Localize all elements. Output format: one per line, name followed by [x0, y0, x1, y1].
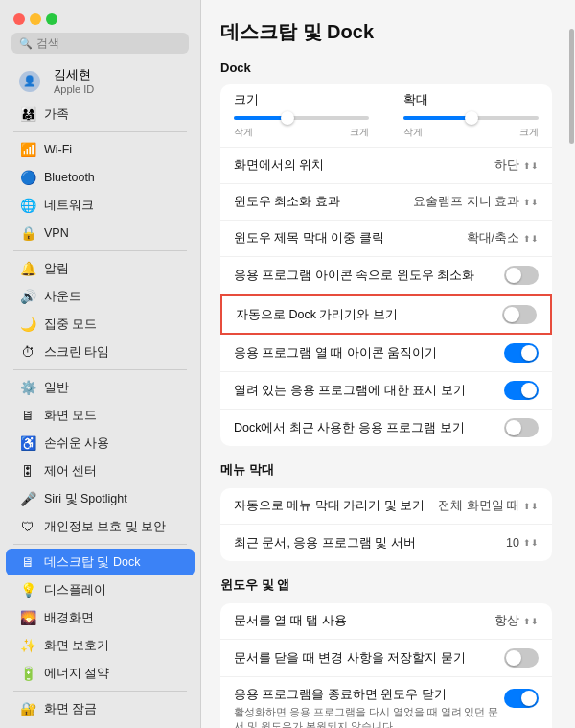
show-recent-toggle[interactable] — [504, 418, 539, 437]
sidebar-item-desktop[interactable]: 🖥 데스크탑 및 Dock — [6, 549, 195, 575]
open-tab-dropdown[interactable]: 항상 ⬆⬇ — [494, 613, 539, 629]
sidebar-item-label: 사운드 — [44, 289, 81, 305]
size-magnify-sliders: 크기 작게 크게 확대 — [220, 84, 552, 148]
close-button[interactable] — [13, 13, 25, 25]
search-box[interactable]: 🔍 — [12, 33, 189, 54]
sidebar-item-wifi[interactable]: 📶 Wi-Fi — [6, 136, 195, 163]
chevron-ud3-icon: ⬆⬇ — [523, 502, 539, 511]
sidebar-item-focus[interactable]: 🌙 집중 모드 — [6, 311, 195, 338]
auto-hide-toggle[interactable] — [502, 305, 537, 324]
sound-icon: 🔊 — [19, 288, 36, 305]
sidebar-item-vpn[interactable]: 🔒 VPN — [6, 220, 195, 247]
minimize-effect-dropdown[interactable]: 요술램프 지니 효과 ⬆⬇ — [413, 194, 539, 210]
animate-toggle[interactable] — [504, 343, 539, 363]
user-name: 김세현 — [54, 67, 94, 83]
family-icon: 👨‍👩‍👧 — [19, 106, 36, 123]
sidebar-item-wallpaper[interactable]: 🌄 배경화면 — [6, 604, 195, 631]
minimize-effect-row: 윈도우 최소화 효과 요술램프 지니 효과 ⬆⬇ — [220, 184, 552, 221]
sidebar-item-label: 화면 보호기 — [44, 638, 109, 654]
maximize-button[interactable] — [46, 13, 58, 25]
apple-id-label: Apple ID — [54, 83, 94, 95]
auto-hide-label: 자동으로 Dock 가리기와 보기 — [236, 307, 502, 323]
menu-bar-group: 자동으로 메뉴 막대 가리기 및 보기 전체 화면일 때 ⬆⬇ 최근 문서, 응… — [220, 488, 552, 561]
general-icon: ⚙️ — [19, 379, 36, 396]
privacy-icon: 🛡 — [19, 518, 36, 535]
focus-icon: 🌙 — [19, 316, 36, 333]
sidebar-item-screensaver[interactable]: ✨ 화면 보호기 — [6, 632, 195, 659]
show-open-row: 열려 있는 응용 프로그램에 대한 표시 보기 — [220, 372, 552, 410]
sidebar-item-label: 개인정보 보호 및 보안 — [44, 519, 166, 535]
toggle-thumb — [504, 307, 519, 322]
sidebar-item-sound[interactable]: 🔊 사운드 — [6, 283, 195, 310]
toggle-thumb — [506, 650, 521, 666]
sidebar-item-bluetooth[interactable]: 🔵 Bluetooth — [6, 164, 195, 191]
auto-hide-menu-row: 자동으로 메뉴 막대 가리기 및 보기 전체 화면일 때 ⬆⬇ — [220, 488, 552, 525]
close-windows-row: 응용 프로그램을 종료하면 윈도우 닫기 활성화하면 응용 프로그램을 다시 열… — [220, 677, 552, 728]
sidebar-item-label: 에너지 절약 — [44, 666, 109, 682]
screen-position-dropdown[interactable]: 하단 ⬆⬇ — [494, 157, 539, 174]
sidebar-item-touchid[interactable]: 👆 Touch ID 및 암호 — [6, 723, 195, 728]
chevron-ud2-icon: ⬆⬇ — [523, 234, 539, 244]
sidebar-item-accessibility[interactable]: ♿ 손쉬운 사용 — [6, 430, 195, 457]
accessibility-icon: ♿ — [19, 434, 36, 452]
recent-items-row: 최근 문서, 응용 프로그램 및 서버 10 ⬆⬇ — [220, 525, 552, 561]
sidebar-item-screen[interactable]: 🖥 화면 모드 — [6, 402, 195, 429]
auto-hide-menu-dropdown[interactable]: 전체 화면일 때 ⬆⬇ — [438, 498, 539, 514]
recent-items-dropdown[interactable]: 10 ⬆⬇ — [506, 536, 539, 550]
magnify-slider-track[interactable] — [403, 116, 539, 120]
toggle-thumb — [521, 345, 537, 361]
search-input[interactable] — [36, 36, 181, 50]
sidebar-item-screentime[interactable]: ⏱ 스크린 타임 — [6, 339, 195, 365]
sidebar-item-label: 일반 — [44, 380, 69, 396]
magnify-slider-col: 확대 작게 크게 — [403, 92, 539, 139]
sidebar-item-label: 집중 모드 — [44, 317, 97, 333]
open-tab-row: 문서를 열 때 탭 사용 항상 ⬆⬇ — [220, 603, 552, 640]
sidebar-item-label: 화면 잠금 — [44, 701, 97, 717]
sidebar-item-label: 제어 센터 — [44, 463, 97, 480]
wifi-icon: 📶 — [19, 141, 36, 158]
size-slider-track[interactable] — [234, 116, 369, 120]
double-click-dropdown[interactable]: 확대/축소 ⬆⬇ — [467, 230, 539, 247]
double-click-label: 윈도우 제목 막대 이중 클릭 — [234, 230, 467, 247]
sidebar-item-lock[interactable]: 🔐 화면 잠금 — [6, 695, 195, 722]
toggle-thumb — [521, 691, 537, 706]
desktop-icon: 🖥 — [19, 553, 36, 571]
magnify-slider-max: 크게 — [519, 126, 539, 139]
sidebar-item-label: 스크린 타임 — [44, 344, 109, 361]
minimize-button[interactable] — [30, 13, 41, 25]
avatar: 👤 — [19, 71, 40, 92]
scrollbar-thumb — [569, 29, 574, 144]
sidebar-item-alarm[interactable]: 🔔 알림 — [6, 255, 195, 282]
sidebar-item-display[interactable]: 💡 디스플레이 — [6, 576, 195, 603]
close-windows-toggle[interactable] — [504, 689, 539, 708]
sidebar-item-privacy[interactable]: 🛡 개인정보 보호 및 보안 — [6, 513, 195, 540]
close-ask-toggle[interactable] — [504, 648, 539, 668]
traffic-lights — [13, 13, 187, 25]
sidebar-item-energy[interactable]: 🔋 에너지 절약 — [6, 660, 195, 687]
siri-icon: 🎤 — [19, 490, 36, 507]
auto-hide-menu-value: 전체 화면일 때 — [438, 498, 519, 514]
show-open-toggle[interactable] — [504, 381, 539, 400]
sidebar-item-general[interactable]: ⚙️ 일반 — [6, 374, 195, 401]
sidebar-item-label: 화면 모드 — [44, 408, 97, 424]
close-windows-label: 응용 프로그램을 종료하면 윈도우 닫기 — [234, 687, 504, 703]
sidebar-item-label: 배경화면 — [44, 610, 94, 626]
animate-row: 응용 프로그램 열 때 아이콘 움직이기 — [220, 335, 552, 372]
sidebar-item-label: 손쉬운 사용 — [44, 435, 109, 452]
scrollbar[interactable] — [567, 0, 575, 728]
auto-hide-menu-label: 자동으로 메뉴 막대 가리기 및 보기 — [234, 498, 438, 514]
apple-id-item[interactable]: 👤 김세현 Apple ID — [6, 63, 195, 99]
sidebar-item-family[interactable]: 👨‍👩‍👧 가족 — [6, 101, 195, 128]
alarm-icon: 🔔 — [19, 260, 36, 277]
main-content: 데스크탑 및 Dock Dock 크기 작게 크게 — [201, 0, 575, 728]
show-open-label: 열려 있는 응용 프로그램에 대한 표시 보기 — [234, 383, 504, 399]
minimize-icon-label: 응용 프로그램 아이콘 속으로 윈도우 최소화 — [234, 268, 504, 284]
sidebar-item-network[interactable]: 🌐 네트워크 — [6, 192, 195, 219]
toggle-thumb — [521, 383, 537, 398]
sidebar-item-siri[interactable]: 🎤 Siri 및 Spotlight — [6, 485, 195, 512]
auto-hide-row: 자동으로 Dock 가리기와 보기 — [220, 294, 552, 335]
sidebar-item-control[interactable]: 🎛 제어 센터 — [6, 458, 195, 484]
sidebar-item-label: VPN — [44, 226, 69, 240]
minimize-icon-toggle[interactable] — [504, 266, 539, 285]
size-slider-labels: 작게 크게 — [234, 126, 369, 139]
